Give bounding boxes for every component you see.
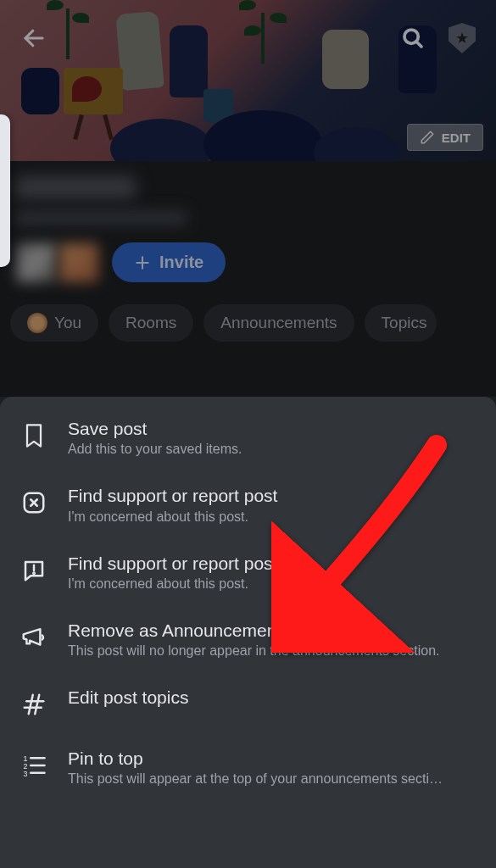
tab-rooms[interactable]: Rooms xyxy=(109,304,193,342)
moderation-shield-button[interactable]: ★ xyxy=(445,21,479,55)
menu-report-post-alt[interactable]: Find support or report post I'm concerne… xyxy=(0,538,496,605)
group-cover: ★ EDIT xyxy=(0,0,496,161)
menu-save-post[interactable]: Save post Add this to your saved items. xyxy=(0,403,496,470)
megaphone-icon xyxy=(19,622,49,653)
menu-title: Find support or report post xyxy=(68,552,477,575)
menu-subtitle: This post will no longer appear in the a… xyxy=(68,643,477,659)
tab-label: Announcements xyxy=(220,314,337,332)
menu-edit-topics[interactable]: Edit post topics xyxy=(0,672,496,733)
plus-icon xyxy=(134,254,151,271)
search-icon xyxy=(400,25,426,51)
tab-topics[interactable]: Topics xyxy=(365,304,437,342)
menu-title: Find support or report post xyxy=(68,484,477,507)
group-name-redacted xyxy=(17,176,136,198)
menu-subtitle: Add this to your saved items. xyxy=(68,442,477,457)
menu-title: Remove as Announcement xyxy=(68,619,477,642)
svg-text:3: 3 xyxy=(24,770,28,778)
search-button[interactable] xyxy=(396,21,430,55)
menu-title: Save post xyxy=(68,417,477,440)
edit-label: EDIT xyxy=(442,131,471,145)
svg-line-13 xyxy=(35,695,39,715)
menu-title: Pin to top xyxy=(68,747,477,770)
avatar-icon xyxy=(27,313,47,333)
edge-swipe-handle[interactable] xyxy=(0,114,10,267)
member-avatars-redacted xyxy=(17,243,98,282)
svg-line-12 xyxy=(29,695,33,715)
back-button[interactable] xyxy=(17,21,51,55)
tab-announcements[interactable]: Announcements xyxy=(203,304,354,342)
group-tabs: You Rooms Announcements Topics xyxy=(0,282,496,353)
hash-icon xyxy=(19,689,49,720)
group-meta-redacted xyxy=(17,210,187,225)
shield-star-icon: ★ xyxy=(449,23,476,53)
group-info: Invite xyxy=(0,161,496,282)
menu-subtitle: I'm concerned about this post. xyxy=(68,576,477,592)
svg-line-2 xyxy=(416,42,421,47)
tab-label: You xyxy=(54,314,81,332)
invite-button[interactable]: Invite xyxy=(112,242,226,282)
menu-pin-to-top[interactable]: 1 2 3 Pin to top This post will appear a… xyxy=(0,733,496,800)
report-chat-icon xyxy=(19,555,49,586)
menu-report-post[interactable]: Find support or report post I'm concerne… xyxy=(0,470,496,537)
tab-label: Topics xyxy=(382,314,427,332)
top-nav: ★ xyxy=(0,21,496,55)
menu-title: Edit post topics xyxy=(68,686,477,709)
back-arrow-icon xyxy=(21,25,47,51)
tab-label: Rooms xyxy=(125,314,176,332)
tab-you[interactable]: You xyxy=(10,304,98,342)
numbered-list-icon: 1 2 3 xyxy=(19,750,49,781)
menu-subtitle: This post will appear at the top of your… xyxy=(68,771,477,787)
menu-remove-announcement[interactable]: Remove as Announcement This post will no… xyxy=(0,605,496,672)
x-box-icon xyxy=(19,487,49,518)
bookmark-icon xyxy=(19,420,49,451)
invite-label: Invite xyxy=(159,253,203,272)
post-options-sheet: Save post Add this to your saved items. … xyxy=(0,397,496,868)
menu-subtitle: I'm concerned about this post. xyxy=(68,509,477,525)
pencil-icon xyxy=(420,130,435,145)
svg-point-9 xyxy=(33,572,35,574)
edit-cover-button[interactable]: EDIT xyxy=(407,124,483,151)
